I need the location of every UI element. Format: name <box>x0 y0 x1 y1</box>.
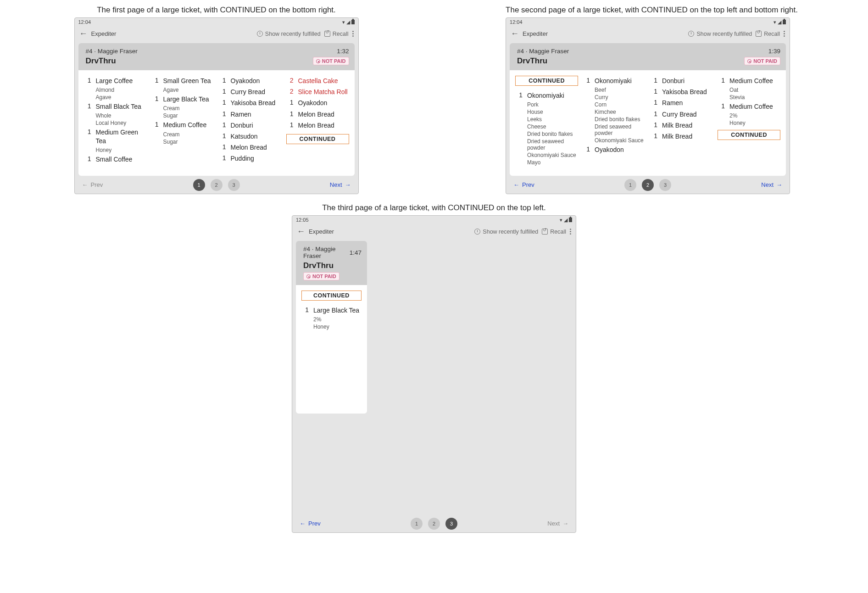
item-name: Pudding <box>231 154 281 162</box>
ticket-item[interactable]: 1Large Black Tea <box>150 94 215 104</box>
page-dot-2[interactable]: 2 <box>428 518 440 530</box>
device-p3: 12:05 ▾ ◢ ← Expediter Show recently fulf… <box>292 215 576 533</box>
item-qty: 1 <box>152 95 159 103</box>
ticket-item[interactable]: 1Ramen <box>218 109 283 119</box>
recent-button[interactable]: Show recently fulfilled <box>688 31 752 37</box>
ticket-item[interactable]: 1Large Coffee <box>83 76 148 86</box>
item-qty: 1 <box>584 145 590 154</box>
next-button[interactable]: Next → <box>761 181 782 188</box>
ticket-item[interactable]: 1Oyakodon <box>285 98 350 108</box>
more-icon[interactable] <box>784 31 785 37</box>
item-name: Medium Coffee <box>163 121 213 129</box>
item-name: Yakisoba Bread <box>662 88 712 96</box>
recent-button[interactable]: Show recently fulfilled <box>474 229 538 235</box>
ticket-item[interactable]: 1Milk Bread <box>649 120 714 130</box>
item-mods: 2%Honey <box>717 112 781 126</box>
prev-button[interactable]: ← Prev <box>513 181 534 188</box>
item-qty: 1 <box>287 121 294 129</box>
next-button[interactable]: Next → <box>330 181 351 188</box>
ticket-item[interactable]: 1Katsudon <box>218 131 283 141</box>
item-mod: Beef <box>595 87 646 93</box>
page-dot-3[interactable]: 3 <box>659 179 671 191</box>
next-label: Next <box>330 181 342 188</box>
item-mod: Whole <box>96 112 148 119</box>
item-name: Large Black Tea <box>313 306 361 314</box>
ticket-item[interactable]: 1Oyakodon <box>582 145 646 155</box>
more-icon[interactable] <box>570 229 571 235</box>
back-icon[interactable]: ← <box>79 29 88 39</box>
page-dot-2[interactable]: 2 <box>642 179 654 191</box>
recall-button[interactable]: Recall <box>756 31 780 37</box>
ticket-item[interactable]: 1Yakisoba Bread <box>649 87 714 97</box>
page-dot-1[interactable]: 1 <box>624 179 636 191</box>
arrow-left-icon: ← <box>513 181 519 188</box>
ticket-item[interactable]: 1Okonomiyaki <box>514 90 579 101</box>
item-name: Okonomiyaki <box>527 91 577 100</box>
pager: ← Prev 1 2 3 Next → <box>506 176 790 194</box>
ticket-item[interactable]: 1Oyakodon <box>218 76 283 86</box>
ticket-timer: 1:47 <box>350 249 362 256</box>
ticket-item[interactable]: 1Melon Bread <box>218 142 283 152</box>
ticket-item[interactable]: 1Medium Green Tea <box>83 127 148 145</box>
item-mod: Sugar <box>163 139 215 145</box>
item-name: Melon Bread <box>298 110 348 118</box>
ticket-item[interactable]: 1Okonomiyaki <box>582 76 646 86</box>
next-button: Next → <box>547 520 568 527</box>
not-paid-label: NOT PAID <box>322 58 346 64</box>
ticket-item[interactable]: 1Medium Coffee <box>717 76 781 86</box>
ticket-item[interactable]: 1Medium Coffee <box>717 101 781 112</box>
ticket-item[interactable]: 1Melon Bread <box>285 120 350 130</box>
prev-button[interactable]: ← Prev <box>300 520 321 527</box>
page-dot-3[interactable]: 3 <box>228 179 240 191</box>
ticket-item[interactable]: 1Donburi <box>649 76 714 86</box>
item-mods: CreamSugar <box>150 105 215 119</box>
page-dot-1[interactable]: 1 <box>193 179 205 191</box>
more-icon[interactable] <box>352 31 354 37</box>
caption-p2: The second page of a large ticket, with … <box>506 6 798 15</box>
continued-label: CONTINUED <box>286 134 349 144</box>
item-mods: AlmondAgave <box>83 87 148 101</box>
item-qty: 1 <box>718 102 725 111</box>
ticket-item[interactable]: 1Small Coffee <box>83 154 148 164</box>
item-qty: 1 <box>220 110 226 118</box>
recall-button[interactable]: Recall <box>542 229 566 235</box>
page-dot-1[interactable]: 1 <box>411 518 423 530</box>
toolbar-title: Expediter <box>309 228 334 235</box>
ticket-item[interactable]: 1Ramen <box>649 98 714 108</box>
page-dot-3[interactable]: 3 <box>445 518 457 530</box>
item-qty: 1 <box>287 99 294 107</box>
item-qty: 2 <box>287 88 294 96</box>
ticket-item[interactable]: 2Slice Matcha Roll <box>285 87 350 97</box>
ticket-item[interactable]: 1Small Green Tea <box>150 76 215 86</box>
item-mods: Honey <box>83 147 148 153</box>
toolbar-title: Expediter <box>91 30 117 37</box>
ticket-item[interactable]: 1Pudding <box>218 153 283 163</box>
ticket-item[interactable]: 2Castella Cake <box>285 76 350 86</box>
item-mod: Dried seaweed powder <box>527 138 579 151</box>
ticket-item[interactable]: 1Large Black Tea <box>300 305 362 315</box>
ticket-item[interactable]: 1Medium Coffee <box>150 120 215 130</box>
recent-button[interactable]: Show recently fulfilled <box>257 31 321 37</box>
arrow-left-icon: ← <box>82 181 88 188</box>
clock-icon <box>474 229 480 235</box>
ticket-item[interactable]: 1Melon Bread <box>285 109 350 119</box>
ticket-item[interactable]: 1Donburi <box>218 120 283 130</box>
next-label: Next <box>761 181 773 188</box>
item-name: Donburi <box>231 121 281 129</box>
item-mod: Kimchee <box>595 109 646 115</box>
back-icon[interactable]: ← <box>511 29 519 39</box>
continued-label: CONTINUED <box>515 76 578 86</box>
back-icon[interactable]: ← <box>297 227 305 236</box>
ticket-item[interactable]: 1Yakisoba Bread <box>218 98 283 108</box>
ticket-item[interactable]: 1Milk Bread <box>649 131 714 141</box>
item-qty: 1 <box>220 143 226 151</box>
item-mod: Corn <box>595 101 646 108</box>
prev-button: ← Prev <box>82 181 103 188</box>
ticket-item[interactable]: 1Small Black Tea <box>83 101 148 112</box>
ticket-item[interactable]: 1Curry Bread <box>218 87 283 97</box>
ticket-item[interactable]: 1Curry Bread <box>649 109 714 119</box>
recent-label: Show recently fulfilled <box>265 31 321 37</box>
item-mod: Cheese <box>527 123 579 130</box>
recall-button[interactable]: Recall <box>324 31 349 37</box>
page-dot-2[interactable]: 2 <box>211 179 223 191</box>
